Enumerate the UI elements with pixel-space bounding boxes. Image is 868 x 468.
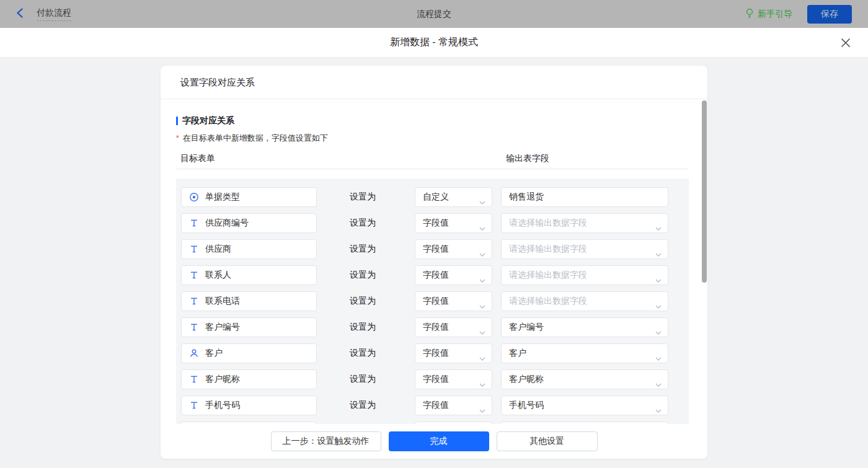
chevron-down-icon [479,352,485,363]
target-field-box[interactable]: 客户编号 [181,317,317,337]
text-icon [189,322,199,332]
beginner-guide-button[interactable]: 新手引导 [745,8,792,20]
output-field-value: 客户 [509,348,526,359]
field-mapping-row: 单据类型 设置为 自定义 [181,187,689,207]
operation-select[interactable]: 字段值 [415,343,492,363]
field-mapping-row: 客户昵称 设置为 字段值 客户昵称 [181,369,689,389]
output-field-placeholder: 请选择输出数据字段 [509,270,587,281]
top-bar: 付款流程 流程提交 新手引导 保存 [0,0,868,28]
output-field-select[interactable]: 客户 [501,343,668,363]
operation-value: 字段值 [423,348,449,359]
target-field-label: 供应商 [205,244,231,255]
modal-title: 新增数据 - 常规模式 [390,36,478,49]
operation-value: 自定义 [423,192,449,203]
chevron-down-icon [655,300,662,311]
target-field-label: 单据类型 [205,192,240,203]
field-mapping-row: 客户编号 设置为 字段值 客户编号 [181,317,689,337]
target-field-box[interactable]: 供应商编号 [181,213,317,233]
output-field-select[interactable]: 请选择输出数据字段 [501,265,668,285]
output-field-select[interactable]: 客户编号 [501,317,668,337]
field-mapping-row: 联系电话 设置为 字段值 请选择输出数据字段 [181,291,689,311]
modal-title-bar: 新增数据 - 常规模式 [0,28,868,58]
field-mapping-row: 联系人 设置为 字段值 请选择输出数据字段 [181,265,689,285]
text-icon [189,244,199,254]
operation-select[interactable]: 字段值 [415,369,492,389]
output-field-select[interactable]: 客户昵称 [501,369,668,389]
chevron-down-icon [655,326,662,337]
top-bar-right: 新手引导 保存 [745,5,852,24]
operation-value: 字段值 [423,218,449,229]
column-headers: 目标表单 输出表字段 [176,153,689,169]
output-field-select[interactable]: 请选择输出数据字段 [501,291,668,311]
previous-step-button[interactable]: 上一步：设置触发动作 [271,431,381,451]
card-header: 设置字段对应关系 [161,66,707,99]
chevron-down-icon [479,196,485,207]
custom-value-input[interactable] [501,187,668,207]
target-field-box[interactable]: 供应商 [181,239,317,259]
target-field-box[interactable]: 单据类型 [181,187,317,207]
required-note: *在目标表单中新增数据，字段值设置如下 [176,133,707,144]
target-field-label: 客户昵称 [205,374,240,385]
target-field-label: 手机号码 [205,400,240,411]
target-field-label: 供应商编号 [205,218,249,229]
save-button[interactable]: 保存 [807,5,852,24]
section-accent-bar [176,117,178,125]
chevron-down-icon [479,248,485,259]
section-title-label: 字段对应关系 [182,115,234,126]
required-asterisk: * [176,134,179,143]
operation-select[interactable]: 字段值 [415,265,492,285]
back-chevron-icon [16,8,23,20]
target-field-box[interactable]: 联系电话 [181,291,317,311]
chevron-down-icon [655,248,662,259]
target-field-box[interactable]: 客户 [181,343,317,363]
operation-select[interactable]: 字段值 [415,213,492,233]
target-field-box[interactable]: 手机号码 [181,395,317,415]
card-content: 字段对应关系 *在目标表单中新增数据，字段值设置如下 目标表单 输出表字段 单据… [161,99,707,459]
operation-value: 字段值 [423,400,449,411]
text-icon [189,270,199,280]
flow-name[interactable]: 付款流程 [37,7,71,21]
column-header-target-form: 目标表单 [180,153,215,164]
field-mapping-row: 供应商 设置为 字段值 请选择输出数据字段 [181,239,689,259]
text-icon [189,218,199,228]
text-icon [189,400,199,410]
set-as-label: 设置为 [350,348,376,359]
output-field-placeholder: 请选择输出数据字段 [509,244,587,255]
operation-select[interactable]: 字段值 [415,395,492,415]
field-mapping-card: 设置字段对应关系 字段对应关系 *在目标表单中新增数据，字段值设置如下 目标表单… [161,66,707,459]
output-field-select[interactable]: 请选择输出数据字段 [501,213,668,233]
operation-select[interactable]: 字段值 [415,291,492,311]
column-header-output-field: 输出表字段 [506,153,549,164]
set-as-label: 设置为 [350,270,376,281]
text-icon [189,374,199,384]
target-field-label: 客户 [205,348,223,359]
section-title: 字段对应关系 [176,115,707,126]
operation-value: 字段值 [423,374,449,385]
operation-value: 字段值 [423,322,449,333]
other-settings-button[interactable]: 其他设置 [497,431,598,451]
close-icon[interactable] [839,37,852,49]
set-as-label: 设置为 [350,322,376,333]
lightbulb-icon [745,8,754,20]
chevron-down-icon [655,378,662,389]
chevron-down-icon [479,274,485,285]
output-field-value: 手机号码 [509,400,544,411]
output-field-select[interactable]: 手机号码 [501,395,668,415]
output-field-value: 客户昵称 [509,374,544,385]
scrollbar-thumb[interactable] [702,100,707,283]
output-field-select[interactable]: 请选择输出数据字段 [501,239,668,259]
operation-select[interactable]: 自定义 [415,187,492,207]
chevron-down-icon [655,352,662,363]
chevron-down-icon [655,274,662,285]
operation-select[interactable]: 字段值 [415,317,492,337]
target-field-box[interactable]: 联系人 [181,265,317,285]
card-footer: 上一步：设置触发动作 完成 其他设置 [161,424,707,459]
target-field-box[interactable]: 客户昵称 [181,369,317,389]
back-button[interactable] [16,8,23,20]
operation-select[interactable]: 字段值 [415,239,492,259]
top-bar-left: 付款流程 [16,7,71,21]
done-button[interactable]: 完成 [389,431,489,451]
set-as-label: 设置为 [350,374,376,385]
chevron-down-icon [479,326,485,337]
output-field-placeholder: 请选择输出数据字段 [509,296,587,307]
